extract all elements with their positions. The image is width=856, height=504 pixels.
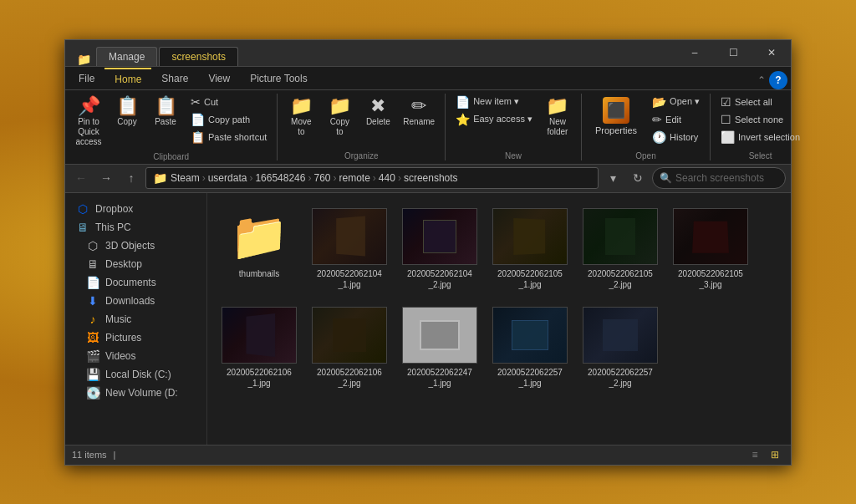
file-name-img1: 20200522062104_1.jpg	[317, 268, 382, 290]
history-button[interactable]: 🕐 History	[647, 129, 705, 145]
copy-to-button[interactable]: 📁 Copyto	[321, 94, 358, 140]
new-folder-button[interactable]: 📁 Newfolder	[539, 94, 576, 140]
open-button[interactable]: 📂 Open ▾	[647, 94, 705, 110]
ribbon-collapse[interactable]: ⌃	[757, 74, 766, 86]
search-box[interactable]: 🔍 Search screenshots	[652, 167, 786, 189]
properties-button[interactable]: ⬛ Properties	[587, 94, 645, 139]
select-none-button[interactable]: ☐ Select none	[716, 111, 805, 128]
path-userdata[interactable]: userdata	[208, 172, 247, 184]
title-tab-manage[interactable]: Manage	[96, 47, 157, 66]
sidebar-item-pictures[interactable]: 🖼 Pictures	[65, 328, 206, 347]
file-item-img4[interactable]: 20200522062105_2.jpg	[578, 203, 662, 295]
path-steam[interactable]: Steam	[171, 172, 200, 184]
path-440[interactable]: 440	[379, 172, 395, 184]
close-button[interactable]: ✕	[752, 39, 791, 66]
ribbon-tab-picture-tools[interactable]: Picture Tools	[240, 68, 317, 89]
copy-path-icon: 📄	[191, 113, 205, 126]
thumbnail-view-button[interactable]: ⊞	[766, 447, 784, 462]
file-item-img3[interactable]: 20200522062105_1.jpg	[488, 203, 572, 295]
path-screenshots[interactable]: screenshots	[404, 172, 458, 184]
path-folder-icon: 📁	[153, 171, 167, 185]
maximize-button[interactable]: ☐	[714, 39, 752, 66]
pin-to-quick-access-button[interactable]: 📌 Pin to Quickaccess	[70, 94, 107, 150]
dropbox-icon: ⬡	[75, 202, 90, 216]
image-thumbnail-9	[492, 307, 568, 364]
back-button[interactable]: ←	[70, 167, 92, 189]
image-thumbnail-6	[222, 307, 297, 364]
delete-button[interactable]: ✖ Delete	[359, 94, 396, 130]
newvolume-icon: 💽	[85, 386, 100, 400]
file-item-img2[interactable]: 20200522062104_2.jpg	[398, 203, 482, 295]
paste-button[interactable]: 📋 Paste	[147, 94, 184, 130]
file-name-thumbnails: thumbnails	[239, 268, 279, 279]
minimize-button[interactable]: –	[675, 39, 714, 66]
file-item-img9[interactable]: 20200522062257_1.jpg	[488, 302, 572, 394]
file-item-img10[interactable]: 20200522062257_2.jpg	[578, 302, 662, 394]
invert-selection-button[interactable]: ⬜ Invert selection	[716, 129, 805, 145]
copy-path-label: Copy path	[208, 115, 250, 125]
file-area: 📁 thumbnails 20200522062104_1.jpg	[207, 193, 791, 445]
sidebar-item-desktop[interactable]: 🖥 Desktop	[65, 255, 206, 273]
paste-shortcut-button[interactable]: 📋 Paste shortcut	[186, 129, 272, 145]
file-item-img5[interactable]: 20200522062105_3.jpg	[669, 203, 752, 295]
path-remote[interactable]: remote	[339, 172, 370, 184]
status-bar: 11 items | ≡ ⊞	[65, 445, 791, 465]
music-icon: ♪	[85, 313, 100, 326]
new-item-label: New item ▾	[473, 96, 519, 107]
dropdown-button[interactable]: ▾	[602, 167, 624, 189]
ribbon-tab-file[interactable]: File	[69, 68, 104, 89]
ribbon-tab-share[interactable]: Share	[151, 68, 198, 89]
move-to-icon: 📁	[290, 97, 313, 115]
easy-access-button[interactable]: ⭐ Easy access ▾	[451, 111, 538, 128]
path-sep-1: ›	[202, 172, 206, 184]
file-item-img8[interactable]: 20200522062247_1.jpg	[398, 302, 482, 394]
thumb-detail-4	[583, 209, 657, 264]
select-all-button[interactable]: ☑ Select all	[716, 94, 805, 110]
rename-button[interactable]: ✏ Rename	[398, 94, 440, 130]
sidebar-item-documents[interactable]: 📄 Documents	[65, 273, 206, 292]
forward-button[interactable]: →	[95, 167, 117, 189]
file-item-thumbnails[interactable]: 📁 thumbnails	[217, 203, 301, 295]
sidebar-item-thispc[interactable]: 🖥 This PC	[65, 218, 206, 237]
ribbon-group-open: ⬛ Properties 📂 Open ▾ ✏ Edit �	[582, 94, 711, 160]
thumb-visual-3	[493, 209, 567, 264]
sidebar-item-videos[interactable]: 🎬 Videos	[65, 347, 206, 365]
sidebar-item-dropbox[interactable]: ⬡ Dropbox	[65, 200, 206, 218]
ribbon-tab-view[interactable]: View	[198, 68, 240, 89]
thumb-detail-1	[313, 209, 386, 264]
rename-icon: ✏	[411, 97, 426, 115]
thumb-visual-4	[583, 209, 657, 264]
path-id[interactable]: 166548246	[255, 172, 305, 184]
sidebar-label-newvolume: New Volume (D:	[105, 387, 178, 399]
folder-thumbnail: 📁	[222, 208, 297, 265]
search-placeholder: Search screenshots	[675, 172, 764, 184]
file-item-img7[interactable]: 20200522062106_2.jpg	[308, 302, 391, 394]
sidebar-item-music[interactable]: ♪ Music	[65, 310, 206, 328]
file-item-img1[interactable]: 20200522062104_1.jpg	[308, 203, 391, 295]
file-item-img6[interactable]: 20200522062106_1.jpg	[217, 302, 301, 394]
details-view-button[interactable]: ≡	[746, 447, 764, 462]
move-to-button[interactable]: 📁 Moveto	[283, 94, 319, 140]
paste-label: Paste	[155, 117, 176, 126]
copy-label: Copy	[117, 117, 136, 126]
sidebar-item-newvolume[interactable]: 💽 New Volume (D:	[65, 384, 206, 402]
sidebar-label-localdisk: Local Disk (C:)	[105, 369, 171, 380]
cut-button[interactable]: ✂ Cut	[186, 94, 272, 110]
title-tab-screenshots[interactable]: screenshots	[159, 47, 238, 66]
copy-path-button[interactable]: 📄 Copy path	[186, 111, 272, 128]
address-path[interactable]: 📁 Steam › userdata › 166548246 › 760 › r…	[145, 167, 599, 189]
path-760[interactable]: 760	[313, 172, 330, 184]
edit-button[interactable]: ✏ Edit	[647, 111, 705, 128]
help-button[interactable]: ?	[769, 71, 787, 89]
new-item-button[interactable]: 📄 New item ▾	[451, 94, 538, 110]
copy-button[interactable]: 📋 Copy	[109, 94, 145, 130]
pin-icon: 📌	[78, 97, 100, 115]
ribbon: File Home Share View Picture Tools ⌃ ? 📌…	[65, 67, 791, 165]
sidebar-item-3dobjects[interactable]: ⬡ 3D Objects	[65, 237, 206, 255]
sidebar-item-localdisk[interactable]: 💾 Local Disk (C:)	[65, 365, 206, 384]
ribbon-tab-home[interactable]: Home	[104, 68, 151, 89]
up-button[interactable]: ↑	[120, 167, 142, 189]
file-name-img9: 20200522062257_1.jpg	[497, 367, 563, 389]
sidebar-item-downloads[interactable]: ⬇ Downloads	[65, 292, 206, 310]
refresh-button[interactable]: ↻	[627, 167, 649, 189]
